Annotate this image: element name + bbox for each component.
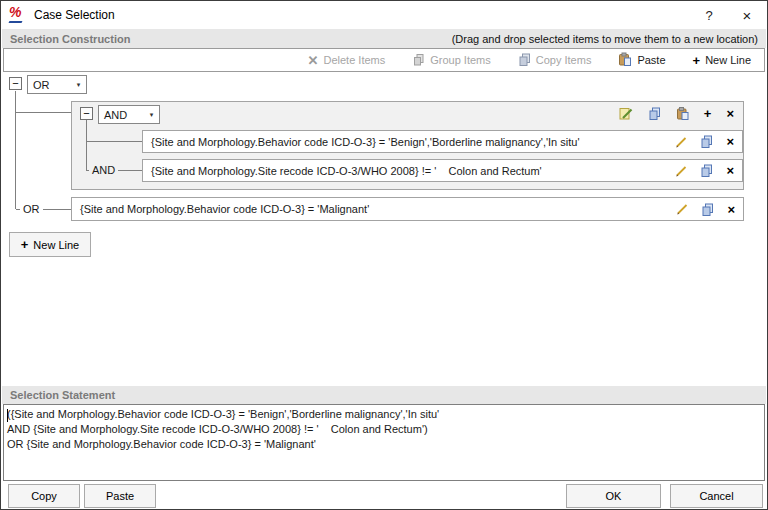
tree-line — [15, 91, 16, 209]
branch-label-and: AND — [89, 164, 118, 176]
and-group-box[interactable]: − AND ▾ + × AND {Site and Morphology.Beh… — [71, 101, 744, 190]
copy-button[interactable]: Copy — [8, 484, 80, 508]
text-cursor — [7, 409, 8, 422]
help-button[interactable]: ? — [695, 4, 723, 26]
condition-row-behavior-benign[interactable]: {Site and Morphology.Behavior code ICD-O… — [142, 130, 743, 153]
condition-row-behavior-malignant[interactable]: {Site and Morphology.Behavior code ICD-O… — [71, 197, 744, 221]
seerstat-percent-icon: % — [9, 7, 27, 24]
selection-construction-title: Selection Construction — [10, 33, 130, 45]
copy-icon[interactable] — [700, 164, 713, 177]
condition-text: {Site and Morphology.Behavior code ICD-O… — [151, 136, 580, 148]
cancel-button[interactable]: Cancel — [670, 484, 763, 508]
paste-button[interactable]: Paste — [618, 52, 665, 68]
edit-icon[interactable] — [675, 136, 687, 148]
group-items-icon — [412, 53, 425, 68]
selection-statement-title: Selection Statement — [10, 389, 115, 401]
condition-text: {Site and Morphology.Site recode ICD-O-3… — [151, 165, 542, 177]
delete-items-icon: ✕ — [308, 54, 319, 67]
delete-group-icon[interactable]: × — [726, 107, 734, 120]
plus-icon: + — [21, 238, 29, 251]
group-operator-value: AND — [99, 109, 144, 121]
case-selection-dialog: % Case Selection ? × Selection Construct… — [0, 0, 768, 510]
tree-line — [16, 112, 71, 113]
group-items-button[interactable]: Group Items — [412, 53, 491, 68]
paste-icon — [618, 52, 632, 68]
statement-line: ({Site and Morphology.Behavior code ICD-… — [7, 407, 761, 422]
group-collapse-button[interactable]: − — [80, 107, 93, 120]
new-line-button[interactable]: + New Line — [9, 232, 91, 257]
drag-drop-hint: (Drag and drop selected items to move th… — [452, 33, 758, 45]
condition-row-site-recode[interactable]: {Site and Morphology.Site recode ICD-O-3… — [142, 159, 743, 182]
ok-button[interactable]: OK — [566, 484, 661, 508]
edit-icon[interactable] — [675, 165, 687, 177]
paste-footer-button[interactable]: Paste — [84, 484, 156, 508]
chevron-down-icon: ▾ — [144, 111, 159, 119]
root-operator-dropdown[interactable]: OR ▾ — [27, 75, 87, 94]
selection-statement-textarea[interactable]: ({Site and Morphology.Behavior code ICD-… — [3, 404, 765, 481]
root-operator-value: OR — [28, 79, 71, 91]
delete-line-icon[interactable]: × — [726, 135, 734, 148]
tree-line — [87, 141, 142, 142]
edit-icon[interactable] — [676, 203, 688, 215]
delete-items-button[interactable]: ✕ Delete Items — [308, 54, 386, 67]
title-bar: % Case Selection ? × — [1, 1, 767, 29]
delete-line-icon[interactable]: × — [726, 164, 734, 177]
branch-label-or: OR — [20, 203, 43, 215]
condition-text: {Site and Morphology.Behavior code ICD-O… — [80, 203, 369, 215]
copy-icon[interactable] — [700, 135, 713, 148]
statement-line: OR {Site and Morphology.Behavior code IC… — [7, 437, 761, 452]
selection-statement-header: Selection Statement — [2, 386, 766, 404]
selection-construction-header: Selection Construction (Drag and drop se… — [2, 29, 766, 48]
group-operator-dropdown[interactable]: AND ▾ — [98, 105, 160, 124]
statement-line: AND {Site and Morphology.Site recode ICD… — [7, 422, 761, 437]
plus-icon: + — [693, 54, 701, 67]
new-line-toolbar-button[interactable]: + New Line — [693, 54, 751, 67]
copy-items-icon — [518, 53, 531, 68]
tree-line — [86, 120, 87, 171]
page-title: Case Selection — [34, 8, 115, 22]
copy-icon[interactable] — [701, 203, 714, 216]
edit-icon[interactable] — [619, 106, 633, 120]
root-collapse-button[interactable]: − — [9, 77, 22, 90]
delete-line-icon[interactable]: × — [727, 203, 735, 216]
copy-icon[interactable] — [648, 107, 661, 120]
construction-toolbar: ✕ Delete Items Group Items Copy Items Pa… — [3, 48, 765, 72]
paste-icon[interactable] — [676, 107, 689, 120]
close-button[interactable]: × — [733, 4, 761, 26]
add-line-icon[interactable]: + — [704, 107, 712, 120]
copy-items-button[interactable]: Copy Items — [518, 53, 592, 68]
chevron-down-icon: ▾ — [71, 81, 86, 89]
